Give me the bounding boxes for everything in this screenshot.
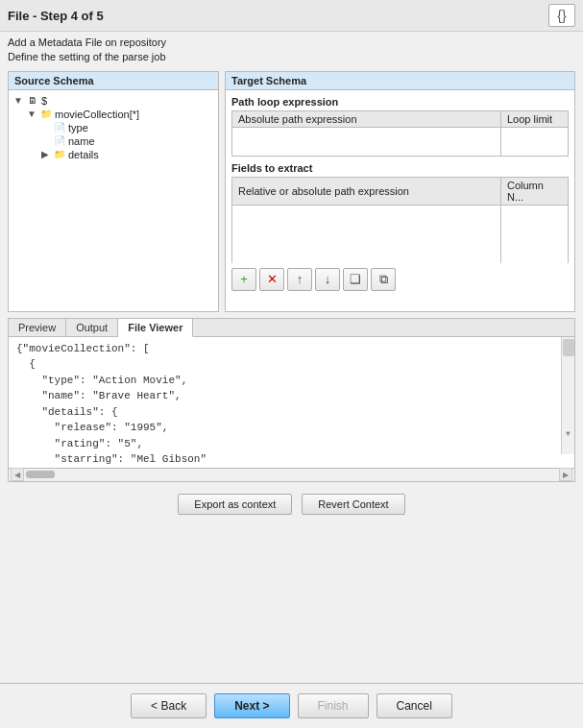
title-bar: File - Step 4 of 5 {} bbox=[0, 0, 583, 32]
fields-row-empty bbox=[232, 205, 569, 263]
tree-label-root: $ bbox=[41, 95, 47, 107]
context-buttons-row: Export as context Revert Context bbox=[0, 486, 583, 521]
tree-item-root[interactable]: ▼ 🗎 $ bbox=[12, 94, 214, 108]
hscroll-track bbox=[26, 471, 557, 478]
hscroll-left-arrow[interactable]: ◀ bbox=[11, 468, 24, 481]
json-line-8: "starring": "Mel Gibson" bbox=[16, 451, 567, 464]
path-loop-cell-1 bbox=[232, 127, 501, 156]
json-line-1: {"movieCollection": [ bbox=[16, 341, 567, 357]
paste-button[interactable]: ⧉ bbox=[371, 268, 396, 291]
main-window: File - Step 4 of 5 {} Add a Metadata Fil… bbox=[0, 0, 583, 728]
tree-label-name: name bbox=[68, 135, 95, 147]
path-loop-table-container: Absolute path expression Loop limit bbox=[231, 110, 569, 157]
json-line-2: { bbox=[16, 356, 567, 373]
export-context-button[interactable]: Export as context bbox=[178, 494, 292, 515]
hscroll-thumb bbox=[26, 471, 55, 478]
move-down-button[interactable]: ↓ bbox=[315, 268, 340, 291]
preview-section: Preview Output File Viewer {"movieCollec… bbox=[8, 318, 575, 482]
add-button[interactable]: + bbox=[231, 268, 256, 291]
preview-content: {"movieCollection": [ { "type": "Action … bbox=[9, 337, 574, 468]
page-title: File - Step 4 of 5 bbox=[8, 9, 104, 23]
tab-preview[interactable]: Preview bbox=[9, 319, 66, 336]
preview-scroll-area[interactable]: {"movieCollection": [ { "type": "Action … bbox=[16, 341, 567, 464]
tree-toggle-type bbox=[39, 122, 51, 133]
cancel-button[interactable]: Cancel bbox=[377, 693, 452, 718]
tree-toggle-root: ▼ bbox=[12, 95, 24, 107]
path-loop-col-1: Absolute path expression bbox=[232, 110, 501, 127]
tree-item-details[interactable]: ▶ 📁 details bbox=[39, 148, 214, 161]
move-up-button[interactable]: ↑ bbox=[287, 268, 312, 291]
fields-cell-2 bbox=[501, 205, 569, 263]
toolbar-buttons: + ✕ ↑ ↓ ❑ ⧉ bbox=[231, 268, 569, 291]
json-line-7: "rating": "5", bbox=[16, 436, 567, 452]
json-line-4: "name": "Brave Heart", bbox=[16, 388, 567, 404]
finish-button[interactable]: Finish bbox=[298, 693, 369, 718]
target-schema-title: Target Schema bbox=[226, 72, 574, 90]
copy-button[interactable]: ❑ bbox=[343, 268, 368, 291]
fields-cell-1 bbox=[232, 205, 501, 263]
fields-col-1: Relative or absolute path expression bbox=[232, 177, 501, 205]
vscroll-thumb bbox=[563, 339, 574, 356]
tree-item-name[interactable]: 📄 name bbox=[39, 134, 214, 148]
fields-section: Fields to extract Relative or absolute p… bbox=[231, 162, 569, 263]
fields-table: Relative or absolute path expression Col… bbox=[231, 177, 569, 263]
json-icon: {} bbox=[548, 4, 575, 27]
json-line-5: "details": { bbox=[16, 404, 567, 421]
path-loop-label: Path loop expression bbox=[231, 96, 569, 108]
tab-fileviewer[interactable]: File Viewer bbox=[118, 319, 193, 337]
footer-buttons: < Back Next > Finish Cancel bbox=[0, 684, 583, 728]
tree-toggle-name bbox=[39, 135, 51, 147]
next-button[interactable]: Next > bbox=[214, 693, 289, 718]
path-loop-table: Absolute path expression Loop limit bbox=[231, 110, 569, 157]
tree-icon-moviecollection: 📁 bbox=[39, 109, 53, 120]
tree-item-type[interactable]: 📄 type bbox=[39, 121, 214, 134]
tree-label-details: details bbox=[68, 149, 99, 160]
remove-button[interactable]: ✕ bbox=[259, 268, 284, 291]
source-schema-title: Source Schema bbox=[9, 72, 218, 90]
revert-context-button[interactable]: Revert Context bbox=[302, 494, 404, 515]
tabs-bar: Preview Output File Viewer bbox=[9, 319, 574, 337]
tab-output[interactable]: Output bbox=[66, 319, 118, 336]
tree-toggle-moviecollection: ▼ bbox=[26, 109, 37, 120]
hscroll-right-arrow[interactable]: ▶ bbox=[559, 468, 572, 481]
path-loop-cell-2 bbox=[501, 127, 569, 156]
path-loop-col-2: Loop limit bbox=[501, 110, 569, 127]
fields-table-area: Relative or absolute path expression Col… bbox=[231, 177, 569, 263]
fields-label: Fields to extract bbox=[231, 162, 569, 174]
tree-icon-name: 📄 bbox=[53, 135, 66, 147]
tree-icon-type: 📄 bbox=[53, 122, 66, 133]
panels-row: Source Schema ▼ 🗎 $ ▼ 📁 movieCollection[… bbox=[0, 71, 583, 312]
source-schema-tree: ▼ 🗎 $ ▼ 📁 movieCollection[*] 📄 type bbox=[9, 90, 218, 311]
json-line-6: "release": "1995", bbox=[16, 420, 567, 436]
tree-label-moviecollection: movieCollection[*] bbox=[55, 109, 139, 120]
tree-icon-root: 🗎 bbox=[26, 95, 39, 107]
tree-icon-details: 📁 bbox=[53, 149, 66, 160]
path-loop-row bbox=[232, 127, 569, 156]
back-button[interactable]: < Back bbox=[131, 693, 206, 718]
tree-toggle-details: ▶ bbox=[39, 149, 51, 160]
subtitle-line1: Add a Metadata File on repository bbox=[8, 36, 575, 50]
vscroll-down-arrow[interactable]: ▼ bbox=[562, 427, 574, 441]
hscrollbar[interactable]: ◀ ▶ bbox=[9, 468, 574, 481]
subtitle-area: Add a Metadata File on repository Define… bbox=[0, 32, 583, 71]
spacer bbox=[0, 521, 583, 683]
fields-col-2: Column N... bbox=[501, 177, 569, 205]
source-schema-panel: Source Schema ▼ 🗎 $ ▼ 📁 movieCollection[… bbox=[8, 71, 219, 312]
target-inner: Path loop expression Absolute path expre… bbox=[226, 90, 574, 297]
subtitle-line2: Define the setting of the parse job bbox=[8, 50, 575, 64]
target-schema-panel: Target Schema Path loop expression Absol… bbox=[225, 71, 575, 312]
tree-item-moviecollection[interactable]: ▼ 📁 movieCollection[*] bbox=[26, 108, 214, 121]
json-line-3: "type": "Action Movie", bbox=[16, 373, 567, 389]
tree-label-type: type bbox=[68, 122, 88, 133]
vscrollbar[interactable]: ▼ bbox=[561, 337, 574, 454]
